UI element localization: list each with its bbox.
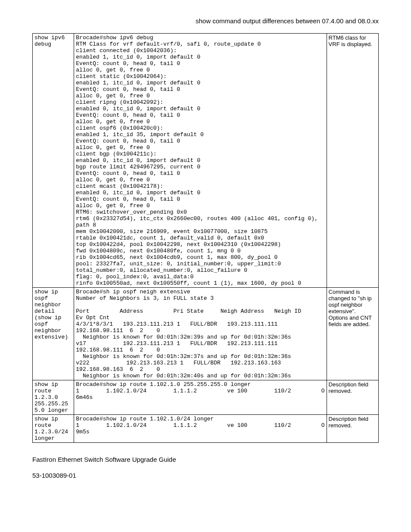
output-cell: Brocade#show ip route 1.102.1.0/24 longe… bbox=[74, 415, 327, 443]
page-header: show command output differences between … bbox=[32, 17, 379, 25]
command-cell: show ip route 1.2.3.0/24 longer bbox=[33, 415, 74, 443]
note-cell: RTM6 class for VRF is displayed. bbox=[327, 34, 378, 288]
table-row: show ip route 1.2.3.0/24 longerBrocade#s… bbox=[33, 415, 379, 443]
diff-table: show ipv6 debugBrocade#show ipv6 debug R… bbox=[32, 33, 379, 443]
command-cell: show ip route 1.2.3.0 255.255.25 5.0 lon… bbox=[33, 380, 74, 415]
output-cell: Brocade#sh ip ospf neigh extensive Numbe… bbox=[74, 288, 327, 380]
note-cell: Description field removed. bbox=[327, 380, 378, 415]
command-cell: show ipv6 debug bbox=[33, 34, 74, 288]
table-row: show ip route 1.2.3.0 255.255.25 5.0 lon… bbox=[33, 380, 379, 415]
output-cell: Brocade#show ipv6 debug RTM Class for vr… bbox=[74, 34, 327, 288]
output-cell: Brocade#show ip route 1.102.1.0 255.255.… bbox=[74, 380, 327, 415]
footer-docnum: 53-1003089-01 bbox=[32, 472, 379, 479]
command-cell: show ip ospf neighbor detail (show ip os… bbox=[33, 288, 74, 380]
table-row: show ip ospf neighbor detail (show ip os… bbox=[33, 288, 379, 380]
note-cell: Description field removed. bbox=[327, 415, 378, 443]
note-cell: Command is changed to "sh ip ospf neighb… bbox=[327, 288, 378, 380]
footer-title: FastIron Ethernet Switch Software Upgrad… bbox=[32, 456, 379, 463]
table-row: show ipv6 debugBrocade#show ipv6 debug R… bbox=[33, 34, 379, 288]
